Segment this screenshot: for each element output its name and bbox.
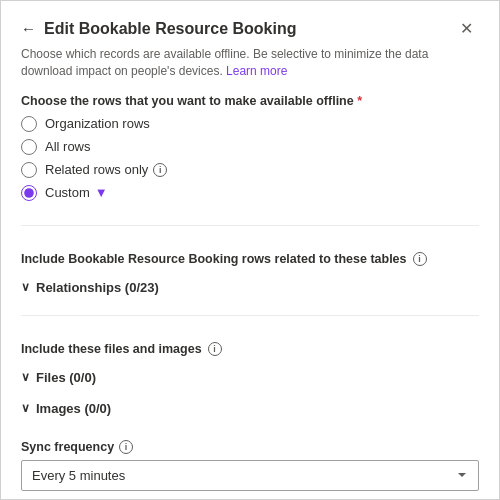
- relationships-label: Relationships (0/23): [36, 280, 159, 295]
- files-header[interactable]: ∨ Files (0/0): [21, 364, 479, 391]
- radio-group: Organization rows All rows Related rows …: [21, 116, 479, 201]
- files-label: Files (0/0): [36, 370, 96, 385]
- files-chevron: ∨: [21, 370, 30, 384]
- radio-custom[interactable]: Custom ▼: [21, 185, 479, 201]
- learn-more-link[interactable]: Learn more: [226, 64, 287, 78]
- files-info-icon[interactable]: i: [208, 342, 222, 356]
- radio-related-rows[interactable]: Related rows only i: [21, 162, 479, 178]
- files-section-header: Include these files and images i: [21, 342, 479, 356]
- filter-icon: ▼: [95, 185, 108, 200]
- sync-info-icon[interactable]: i: [119, 440, 133, 454]
- radio-input-org[interactable]: [21, 116, 37, 132]
- include-tables-header: Include Bookable Resource Booking rows r…: [21, 252, 479, 266]
- relationships-chevron: ∨: [21, 280, 30, 294]
- radio-input-related[interactable]: [21, 162, 37, 178]
- required-star: *: [354, 94, 362, 108]
- files-section: ∨ Files (0/0): [21, 364, 479, 391]
- radio-input-custom[interactable]: [21, 185, 37, 201]
- footer-buttons: Save Cancel: [21, 491, 479, 500]
- sync-section: Sync frequency i Every 5 minutes Every 1…: [21, 440, 479, 491]
- radio-label-org: Organization rows: [45, 116, 150, 131]
- sync-dropdown[interactable]: Every 5 minutes Every 15 minutes Every 3…: [21, 460, 479, 491]
- radio-org-rows[interactable]: Organization rows: [21, 116, 479, 132]
- subtitle-text: Choose which records are available offli…: [21, 46, 479, 80]
- relationships-header[interactable]: ∨ Relationships (0/23): [21, 274, 479, 301]
- radio-label-custom: Custom ▼: [45, 185, 108, 200]
- edit-modal: ← Edit Bookable Resource Booking ✕ Choos…: [0, 0, 500, 500]
- modal-title: Edit Bookable Resource Booking: [44, 20, 296, 38]
- include-tables-block: Include Bookable Resource Booking rows r…: [21, 240, 479, 305]
- close-button[interactable]: ✕: [454, 17, 479, 40]
- sync-label: Sync frequency i: [21, 440, 479, 454]
- radio-input-all[interactable]: [21, 139, 37, 155]
- images-chevron: ∨: [21, 401, 30, 415]
- modal-header: ← Edit Bookable Resource Booking ✕: [21, 17, 479, 40]
- related-rows-info-icon[interactable]: i: [153, 163, 167, 177]
- files-section-label: Include these files and images: [21, 342, 202, 356]
- relationships-section: ∨ Relationships (0/23): [21, 274, 479, 301]
- divider-2: [21, 315, 479, 316]
- include-tables-info-icon[interactable]: i: [413, 252, 427, 266]
- include-tables-label: Include Bookable Resource Booking rows r…: [21, 252, 407, 266]
- images-section: ∨ Images (0/0): [21, 395, 479, 422]
- images-label: Images (0/0): [36, 401, 111, 416]
- radio-all-rows[interactable]: All rows: [21, 139, 479, 155]
- rows-section-label: Choose the rows that you want to make av…: [21, 94, 479, 108]
- divider-1: [21, 225, 479, 226]
- radio-label-all: All rows: [45, 139, 91, 154]
- title-row: ← Edit Bookable Resource Booking: [21, 20, 296, 38]
- radio-label-related: Related rows only i: [45, 162, 167, 177]
- back-button[interactable]: ←: [21, 20, 36, 37]
- files-images-block: Include these files and images i ∨ Files…: [21, 330, 479, 426]
- images-header[interactable]: ∨ Images (0/0): [21, 395, 479, 422]
